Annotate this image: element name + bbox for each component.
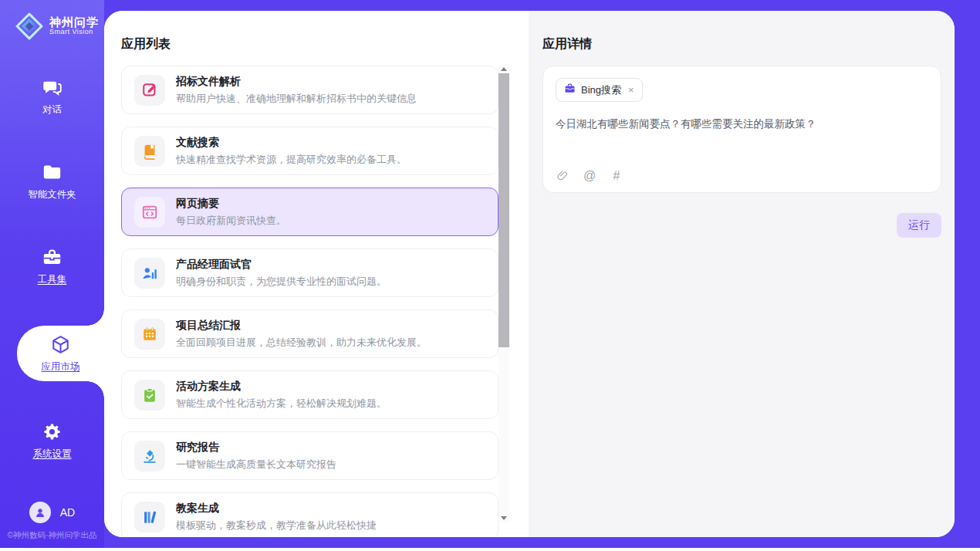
app-card-pm-interviewer[interactable]: 产品经理面试官 明确身份和职责，为您提供专业性的面试问题。 <box>121 248 498 297</box>
sidebar-nav: 对话 智能文件夹 工具集 应用市场 系统设置 <box>0 71 104 500</box>
books-icon <box>134 502 165 532</box>
user-row[interactable]: AD <box>0 502 104 523</box>
app-card-project-summary[interactable]: 项目总结汇报 全面回顾项目进展，总结经验教训，助力未来优化发展。 <box>121 309 498 358</box>
pen-icon <box>134 75 165 106</box>
brand-logo: 神州问学 Smart Vision <box>0 0 104 40</box>
app-card-desc: 快速精准查找学术资源，提高研究效率的必备工具。 <box>176 153 407 167</box>
toolbox-icon <box>42 246 63 268</box>
app-card-name: 教案生成 <box>176 502 377 516</box>
scroll-up-icon <box>501 67 507 71</box>
app-card-web-summary[interactable]: 网页摘要 每日政府新闻资讯快查。 <box>121 188 498 236</box>
book-icon <box>134 136 165 167</box>
input-toolbar: @# <box>556 169 928 183</box>
prompt-input[interactable]: 今日湖北有哪些新闻要点？有哪些需要关注的最新政策？ <box>556 117 928 161</box>
app-card-name: 活动方案生成 <box>176 380 387 394</box>
app-list-pane: 应用列表 招标文件解析 帮助用户快速、准确地理解和解析招标书中的关键信息 文献搜… <box>104 11 529 537</box>
sidebar-item-smart-folder[interactable]: 智能文件夹 <box>0 156 104 207</box>
app-card-desc: 帮助用户快速、准确地理解和解析招标书中的关键信息 <box>176 92 417 106</box>
sidebar-item-label: 对话 <box>42 103 62 117</box>
brand-diamond-icon <box>15 12 43 40</box>
user-initials: AD <box>60 506 75 519</box>
app-card-name: 项目总结汇报 <box>176 319 427 333</box>
app-list-title: 应用列表 <box>121 36 529 52</box>
sidebar-item-settings[interactable]: 系统设置 <box>0 415 104 466</box>
app-card-name: 研究报告 <box>176 441 336 455</box>
run-button[interactable]: 运行 <box>897 213 941 238</box>
mention-icon[interactable]: @ <box>583 169 596 183</box>
main-panel: 应用列表 招标文件解析 帮助用户快速、准确地理解和解析招标书中的关键信息 文献搜… <box>104 11 955 537</box>
app-list-scrollbar[interactable] <box>498 64 509 522</box>
interview-icon <box>134 258 165 289</box>
sidebar-item-label: 应用市场 <box>42 360 80 374</box>
close-icon[interactable]: × <box>628 85 634 95</box>
browser-icon <box>134 197 165 228</box>
app-detail-title: 应用详情 <box>542 36 941 52</box>
app-card-name: 文献搜索 <box>176 136 407 150</box>
tool-tag-label: Bing搜索 <box>581 83 621 97</box>
avatar <box>29 502 51 523</box>
prompt-card: Bing搜索 × 今日湖北有哪些新闻要点？有哪些需要关注的最新政策？ @# <box>542 66 941 193</box>
app-card-desc: 智能生成个性化活动方案，轻松解决规划难题。 <box>176 397 387 411</box>
brand-name: 神州问学 <box>49 16 99 29</box>
paperclip-icon[interactable] <box>556 169 569 183</box>
sidebar-item-label: 智能文件夹 <box>28 188 76 201</box>
app-card-lesson-plan[interactable]: 教案生成 模板驱动，教案秒成，教学准备从此轻松快捷 <box>121 492 498 537</box>
app-card-name: 网页摘要 <box>176 197 286 211</box>
sidebar-item-app-market[interactable]: 应用市场 <box>17 326 104 381</box>
sidebar-item-label: 系统设置 <box>33 448 72 461</box>
app-card-name: 招标文件解析 <box>176 75 417 89</box>
calendar-icon <box>134 319 165 350</box>
briefcase-icon <box>564 83 576 97</box>
app-card-desc: 明确身份和职责，为您提供专业性的面试问题。 <box>176 275 387 289</box>
cube-icon <box>50 333 72 355</box>
app-card-literature-search[interactable]: 文献搜索 快速精准查找学术资源，提高研究效率的必备工具。 <box>121 127 498 175</box>
run-row: 运行 <box>542 213 941 238</box>
brand-tagline: Smart Vision <box>49 29 99 36</box>
scroll-up-button[interactable] <box>498 64 509 73</box>
gear-icon <box>42 421 63 442</box>
hash-icon[interactable]: # <box>610 169 623 183</box>
app-card-name: 产品经理面试官 <box>176 258 387 272</box>
copyright-text: ©神州数码·神州问学出品 <box>0 530 104 541</box>
user-icon <box>34 506 46 519</box>
app-card-research-report[interactable]: 研究报告 一键智能生成高质量长文本研究报告 <box>121 431 498 480</box>
app-card-desc: 每日政府新闻资讯快查。 <box>176 214 286 228</box>
tool-tag-bing-search[interactable]: Bing搜索 × <box>556 78 643 102</box>
chat-icon <box>42 76 63 98</box>
folder-icon <box>42 161 63 183</box>
sidebar-item-toolset[interactable]: 工具集 <box>0 241 104 292</box>
sidebar-item-label: 工具集 <box>38 273 67 286</box>
sidebar: 神州问学 Smart Vision 对话 智能文件夹 工具集 应用市场 系统设置… <box>0 0 104 548</box>
scroll-down-button[interactable] <box>498 513 509 522</box>
app-card-event-plan[interactable]: 活动方案生成 智能生成个性化活动方案，轻松解决规划难题。 <box>121 370 498 419</box>
scrollbar-thumb[interactable] <box>498 73 509 347</box>
app-card-desc: 模板驱动，教案秒成，教学准备从此轻松快捷 <box>176 519 377 532</box>
clipboard-icon <box>134 380 165 411</box>
scroll-down-icon <box>501 516 507 520</box>
app-list: 招标文件解析 帮助用户快速、准确地理解和解析招标书中的关键信息 文献搜索 快速精… <box>121 66 511 537</box>
app-detail-pane: 应用详情 Bing搜索 × 今日湖北有哪些新闻要点？有哪些需要关注的最新政策？ … <box>529 11 955 537</box>
app-card-bid-doc-parse[interactable]: 招标文件解析 帮助用户快速、准确地理解和解析招标书中的关键信息 <box>121 66 498 114</box>
sidebar-item-chat[interactable]: 对话 <box>0 71 104 122</box>
app-card-desc: 全面回顾项目进展，总结经验教训，助力未来优化发展。 <box>176 336 427 350</box>
app-card-desc: 一键智能生成高质量长文本研究报告 <box>176 458 336 472</box>
microscope-icon <box>134 441 165 472</box>
